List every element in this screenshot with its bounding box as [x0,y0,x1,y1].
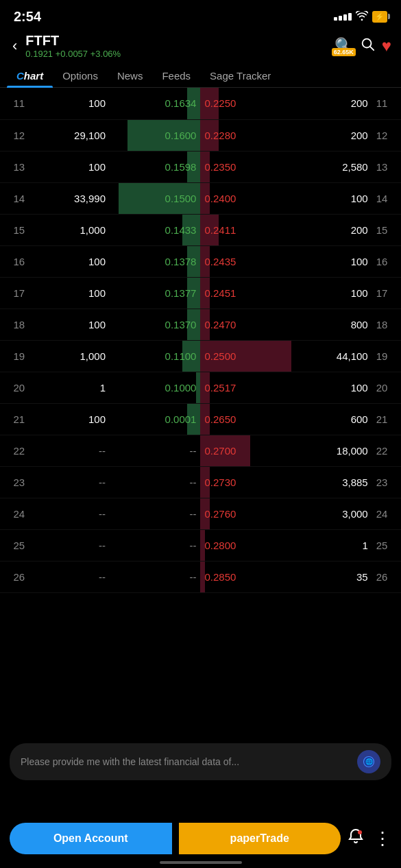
bid-quantity: 1,000 [29,340,110,372]
row-number-left: 25 [0,529,29,561]
bid-quantity: 100 [29,277,110,309]
row-number-right: 25 [372,529,401,561]
ask-price: 0.2435 [200,245,291,277]
open-account-button[interactable]: Open Account [10,823,172,854]
header: ‹ FTFT 0.1921 +0.0057 +3.06% 🔍 62.65K ♥ [0,30,401,64]
ask-quantity: 600 [291,403,372,435]
paper-trade-button[interactable]: paperTrade [179,823,341,854]
notifications-icon[interactable] [348,828,364,849]
row-number-right: 18 [372,309,401,340]
ask-quantity: 1 [291,529,372,561]
table-row: 111000.16340.225020011 [0,88,401,119]
ask-quantity: 100 [291,372,372,403]
row-number-right: 22 [372,435,401,466]
ask-price: 0.2500 [200,340,291,372]
row-number-right: 19 [372,340,401,372]
ask-quantity: 100 [291,182,372,214]
row-number-left: 12 [0,119,29,151]
svg-text:🌐: 🌐 [365,758,374,766]
row-number-right: 21 [372,403,401,435]
row-number-left: 20 [0,372,29,403]
bid-quantity: 100 [29,403,110,435]
search-icon-plain[interactable] [360,36,375,56]
row-number-left: 22 [0,435,29,466]
bid-price: 0.1378 [110,245,200,277]
tab-sage-tracker[interactable]: Sage Tracker [200,64,280,87]
wifi-icon [356,11,368,23]
back-button[interactable]: ‹ [10,34,20,58]
ask-price: 0.2280 [200,119,291,151]
table-row: 191,0000.11000.250044,10019 [0,340,401,372]
favorite-icon[interactable]: ♥ [382,36,391,56]
bid-price: -- [110,561,200,592]
home-indicator [160,861,242,864]
ask-quantity: 200 [291,88,372,119]
row-number-left: 23 [0,466,29,498]
ask-quantity: 18,000 [291,435,372,466]
status-icons: ⚡ [334,11,387,23]
signal-icon [334,13,352,21]
header-actions: 🔍 62.65K ♥ [335,36,391,56]
bid-quantity: 33,990 [29,182,110,214]
bid-quantity: 100 [29,151,110,182]
row-number-right: 15 [372,214,401,245]
table-row: 2010.10000.251710020 [0,372,401,403]
table-row: 26----0.28503526 [0,561,401,592]
row-number-left: 15 [0,214,29,245]
order-book: 111000.16340.2250200111229,1000.16000.22… [0,88,401,600]
tab-feeds[interactable]: Feeds [152,64,200,87]
table-row: 23----0.27303,88523 [0,466,401,498]
ask-price: 0.2411 [200,214,291,245]
ticker-symbol: FTFT [25,33,328,49]
row-number-right: 12 [372,119,401,151]
bid-quantity: 100 [29,309,110,340]
bottom-bar: Open Account paperTrade ⋮ [0,816,401,868]
tab-news[interactable]: News [108,64,153,87]
table-row: 181000.13700.247080018 [0,309,401,340]
ask-quantity: 3,885 [291,466,372,498]
status-time: 2:54 [14,9,41,25]
row-number-left: 24 [0,498,29,529]
bid-price: 0.1634 [110,88,200,119]
badge-value: 62.65K [332,48,356,56]
table-row: 131000.15980.23502,58013 [0,151,401,182]
table-row: 24----0.27603,00024 [0,498,401,529]
bid-price: 0.1000 [110,372,200,403]
more-options-icon[interactable]: ⋮ [374,828,391,849]
ask-quantity: 100 [291,277,372,309]
ask-quantity: 2,580 [291,151,372,182]
ticker-price: 0.1921 +0.0057 +3.06% [25,49,328,59]
bid-price: 0.1500 [110,182,200,214]
svg-point-4 [358,830,362,834]
bid-price: 0.1370 [110,309,200,340]
table-row: 1229,1000.16000.228020012 [0,119,401,151]
ask-quantity: 200 [291,214,372,245]
bid-price: 0.1598 [110,151,200,182]
ask-quantity: 200 [291,119,372,151]
table-row: 1433,9900.15000.240010014 [0,182,401,214]
row-number-right: 16 [372,245,401,277]
ask-price: 0.2470 [200,309,291,340]
tab-options[interactable]: Options [53,64,108,87]
chat-input[interactable]: Please provide me with the latest financ… [21,756,350,767]
ask-price: 0.2517 [200,372,291,403]
row-number-left: 18 [0,309,29,340]
row-number-right: 17 [372,277,401,309]
row-number-right: 11 [372,88,401,119]
bid-price: 0.1600 [110,119,200,151]
status-bar: 2:54 ⚡ [0,0,401,30]
ask-quantity: 800 [291,309,372,340]
bottom-actions: ⋮ [348,828,391,849]
search-badge-button[interactable]: 🔍 62.65K [335,37,353,55]
ticker-info: FTFT 0.1921 +0.0057 +3.06% [25,33,328,59]
ask-price: 0.2451 [200,277,291,309]
row-number-right: 23 [372,466,401,498]
row-number-left: 17 [0,277,29,309]
ask-price: 0.2700 [200,435,291,466]
row-number-right: 26 [372,561,401,592]
row-number-left: 14 [0,182,29,214]
chat-input-wrap: Please provide me with the latest financ… [10,743,391,780]
ask-quantity: 35 [291,561,372,592]
tab-chart[interactable]: Chart [7,64,53,87]
chat-send-button[interactable]: 🌐 [357,750,380,773]
